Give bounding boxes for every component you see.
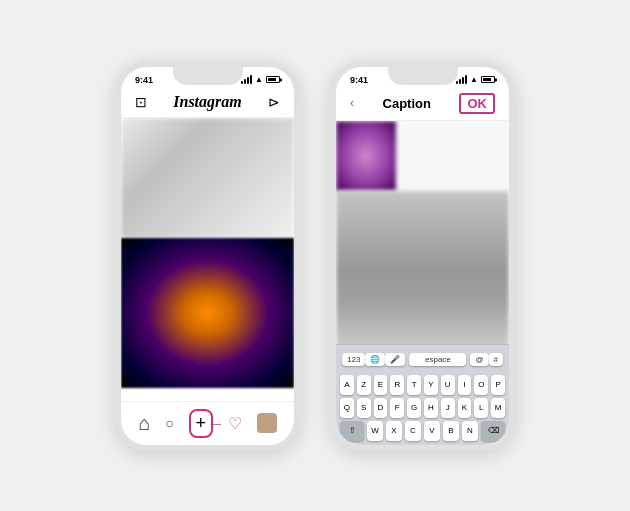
key-y[interactable]: Y	[424, 375, 438, 395]
keyboard-row-1: A Z E R T Y U I O P	[340, 375, 505, 395]
instagram-header: ⊡ Instagram ⊳	[121, 89, 294, 118]
key-b[interactable]: B	[443, 421, 459, 441]
keyboard-at-key[interactable]: @	[470, 353, 488, 366]
profile-nav-icon[interactable]	[257, 413, 277, 433]
feed-content	[121, 118, 294, 401]
feed-image-bottom	[121, 238, 294, 388]
key-u[interactable]: U	[441, 375, 455, 395]
caption-header: ‹ Caption OK	[336, 89, 509, 121]
key-j[interactable]: J	[441, 398, 455, 418]
notch	[173, 67, 243, 85]
caption-thumbnail	[336, 121, 396, 191]
ok-button[interactable]: OK	[459, 93, 495, 114]
arrow-indicator: ←	[207, 414, 225, 435]
wifi-icon-2: ▲	[470, 75, 478, 84]
caption-title: Caption	[383, 96, 431, 111]
keyboard-letter-rows: A Z E R T Y U I O P Q S D F G H J K L	[336, 373, 509, 445]
back-icon[interactable]: ‹	[350, 96, 354, 110]
key-v[interactable]: V	[424, 421, 440, 441]
keyboard-row-2: Q S D F G H J K L M	[340, 398, 505, 418]
key-o[interactable]: O	[474, 375, 488, 395]
key-s[interactable]: S	[357, 398, 371, 418]
activity-nav-icon[interactable]: ♡	[228, 414, 242, 433]
key-k[interactable]: K	[458, 398, 472, 418]
caption-content	[336, 121, 509, 344]
notch-2	[388, 67, 458, 85]
battery-icon-1	[266, 76, 280, 83]
key-t[interactable]: T	[407, 375, 421, 395]
keyboard-123-key[interactable]: 123	[342, 353, 365, 366]
camera-icon[interactable]: ⊡	[135, 94, 147, 110]
key-h[interactable]: H	[424, 398, 438, 418]
key-m[interactable]: M	[491, 398, 505, 418]
wifi-icon-1: ▲	[255, 75, 263, 84]
caption-top-row	[336, 121, 509, 191]
key-q[interactable]: Q	[340, 398, 354, 418]
key-w[interactable]: W	[367, 421, 383, 441]
signal-icon-1	[241, 76, 252, 84]
key-d[interactable]: D	[374, 398, 388, 418]
status-icons-1: ▲	[241, 75, 280, 84]
key-r[interactable]: R	[390, 375, 404, 395]
instagram-title: Instagram	[173, 93, 241, 111]
key-x[interactable]: X	[386, 421, 402, 441]
key-a[interactable]: A	[340, 375, 354, 395]
key-f[interactable]: F	[390, 398, 404, 418]
phone-caption: 9:41 ▲ ‹ Caption OK	[330, 61, 515, 451]
keyboard-hash-key[interactable]: #	[489, 353, 503, 366]
keyboard-mic-icon[interactable]: 🎤	[385, 353, 405, 366]
phone-instagram: 9:41 ▲ ⊡ Instagram ⊳ ⌂ ○ + ♡	[115, 61, 300, 451]
status-icons-2: ▲	[456, 75, 495, 84]
time-display-2: 9:41	[350, 75, 368, 85]
key-shift[interactable]: ⇧	[340, 421, 364, 441]
signal-icon-2	[456, 76, 467, 84]
key-e[interactable]: E	[374, 375, 388, 395]
feed-image-top	[121, 118, 294, 238]
keyboard: 123 🌐 🎤 espace @ # A Z E R T Y U I O P Q	[336, 344, 509, 445]
key-l[interactable]: L	[474, 398, 488, 418]
key-n[interactable]: N	[462, 421, 478, 441]
battery-icon-2	[481, 76, 495, 83]
home-nav-icon[interactable]: ⌂	[138, 412, 150, 435]
key-i[interactable]: I	[458, 375, 472, 395]
caption-main-image	[336, 191, 509, 344]
time-display-1: 9:41	[135, 75, 153, 85]
keyboard-globe-icon[interactable]: 🌐	[365, 353, 385, 366]
keyboard-row-3: ⇧ W X C V B N ⌫	[340, 421, 505, 441]
key-p[interactable]: P	[491, 375, 505, 395]
key-z[interactable]: Z	[357, 375, 371, 395]
search-nav-icon[interactable]: ○	[165, 415, 173, 431]
keyboard-spacebar[interactable]: espace	[409, 353, 466, 366]
key-g[interactable]: G	[407, 398, 421, 418]
keyboard-top-row: 123 🌐 🎤 espace @ #	[336, 345, 509, 373]
key-backspace[interactable]: ⌫	[481, 421, 505, 441]
caption-input-area[interactable]	[396, 121, 509, 191]
send-icon[interactable]: ⊳	[268, 94, 280, 110]
key-c[interactable]: C	[405, 421, 421, 441]
